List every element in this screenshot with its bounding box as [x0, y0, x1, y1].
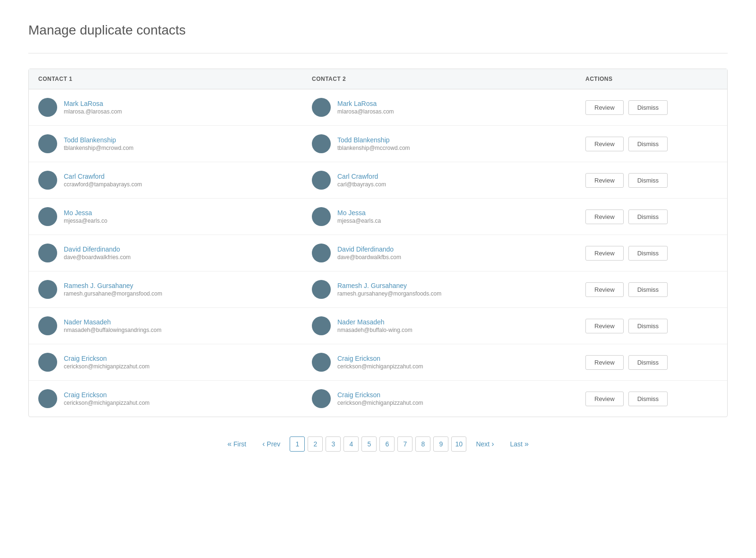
contact2-cell: Mark LaRosa mlarosa@larosas.com — [312, 98, 585, 117]
avatar — [312, 207, 331, 226]
avatar — [38, 98, 57, 117]
contact2-info: Ramesh J. Gursahaney ramesh.gursahaney@m… — [337, 282, 441, 297]
chevron-left-icon: ‹ — [262, 440, 265, 448]
avatar — [312, 353, 331, 372]
review-button[interactable]: Review — [585, 100, 624, 115]
actions-cell: Review Dismiss — [585, 282, 718, 297]
contact2-cell: Ramesh J. Gursahaney ramesh.gursahaney@m… — [312, 280, 585, 299]
contact1-name: David Diferdinando — [64, 245, 131, 253]
last-button[interactable]: Last » — [504, 436, 535, 452]
review-button[interactable]: Review — [585, 137, 624, 151]
actions-cell: Review Dismiss — [585, 173, 718, 188]
dismiss-button[interactable]: Dismiss — [628, 209, 668, 224]
actions-cell: Review Dismiss — [585, 100, 718, 115]
contact1-cell: David Diferdinando dave@boardwalkfries.c… — [38, 244, 312, 262]
contact2-name: Todd Blankenship — [337, 136, 410, 144]
dismiss-button[interactable]: Dismiss — [628, 355, 668, 370]
dismiss-button[interactable]: Dismiss — [628, 282, 668, 297]
dismiss-button[interactable]: Dismiss — [628, 392, 668, 406]
page-number-2[interactable]: 2 — [308, 436, 323, 452]
table-row: Carl Crawford ccrawford@tampabayrays.com… — [29, 162, 727, 199]
contact1-info: Todd Blankenship tblankenship@mcrowd.com — [64, 136, 134, 151]
review-button[interactable]: Review — [585, 392, 624, 406]
contact2-name: Mark LaRosa — [337, 100, 394, 107]
dismiss-button[interactable]: Dismiss — [628, 319, 668, 333]
header-contact2: CONTACT 2 — [312, 76, 585, 82]
page-number-9[interactable]: 9 — [433, 436, 448, 452]
review-button[interactable]: Review — [585, 319, 624, 333]
contact2-email: mlarosa@larosas.com — [337, 108, 394, 115]
contact1-cell: Mark LaRosa mlarosa.@larosas.com — [38, 98, 312, 117]
prev-button[interactable]: ‹ Prev — [256, 436, 287, 452]
table-row: Craig Erickson cerickson@michiganpizzahu… — [29, 381, 727, 417]
pagination: « First ‹ Prev 12345678910 Next › Last » — [28, 436, 728, 452]
dismiss-button[interactable]: Dismiss — [628, 137, 668, 151]
review-button[interactable]: Review — [585, 355, 624, 370]
contact2-name: Ramesh J. Gursahaney — [337, 282, 441, 289]
header-actions: ACTIONS — [585, 76, 718, 82]
contact2-info: Craig Erickson cerickson@michiganpizzahu… — [337, 355, 423, 370]
page-number-5[interactable]: 5 — [361, 436, 377, 452]
contact1-name: Carl Crawford — [64, 173, 142, 180]
actions-cell: Review Dismiss — [585, 319, 718, 333]
dismiss-button[interactable]: Dismiss — [628, 246, 668, 261]
contact1-email: ramesh.gursahane@morgansfood.com — [64, 290, 162, 297]
contact2-name: Mo Jessa — [337, 209, 381, 217]
table-row: David Diferdinando dave@boardwalkfries.c… — [29, 235, 727, 271]
avatar — [312, 134, 331, 153]
contact2-info: Todd Blankenship tblankenship@mccrowd.co… — [337, 136, 410, 151]
contact2-info: Carl Crawford carl@tbayrays.com — [337, 173, 386, 188]
contact2-name: Craig Erickson — [337, 355, 423, 362]
first-label: First — [233, 440, 246, 448]
contact2-info: Craig Erickson cerickson@michiganpizzahu… — [337, 391, 423, 406]
page-number-4[interactable]: 4 — [344, 436, 359, 452]
contact1-email: tblankenship@mcrowd.com — [64, 145, 134, 151]
contact1-info: David Diferdinando dave@boardwalkfries.c… — [64, 245, 131, 261]
avatar — [312, 171, 331, 190]
dismiss-button[interactable]: Dismiss — [628, 173, 668, 188]
page-number-3[interactable]: 3 — [326, 436, 341, 452]
avatar — [312, 244, 331, 262]
contact2-email: tblankenship@mccrowd.com — [337, 145, 410, 151]
review-button[interactable]: Review — [585, 246, 624, 261]
header-divider — [28, 53, 728, 53]
table-row: Ramesh J. Gursahaney ramesh.gursahane@mo… — [29, 271, 727, 308]
contact1-cell: Todd Blankenship tblankenship@mcrowd.com — [38, 134, 312, 153]
review-button[interactable]: Review — [585, 209, 624, 224]
avatar — [38, 171, 57, 190]
contact2-cell: Carl Crawford carl@tbayrays.com — [312, 171, 585, 190]
page-number-8[interactable]: 8 — [415, 436, 430, 452]
contact1-email: mlarosa.@larosas.com — [64, 108, 122, 115]
next-button[interactable]: Next › — [469, 436, 500, 452]
contact1-email: cerickson@michiganpizzahut.com — [64, 400, 150, 406]
page-number-7[interactable]: 7 — [397, 436, 412, 452]
contact1-name: Nader Masadeh — [64, 318, 162, 326]
contact2-email: dave@boardwalkfbs.com — [337, 254, 401, 261]
contact2-name: Carl Crawford — [337, 173, 386, 180]
contact1-cell: Ramesh J. Gursahaney ramesh.gursahane@mo… — [38, 280, 312, 299]
avatar — [38, 244, 57, 262]
contact1-cell: Nader Masadeh nmasadeh@buffalowingsandri… — [38, 316, 312, 335]
avatar — [312, 98, 331, 117]
contact1-cell: Craig Erickson cerickson@michiganpizzahu… — [38, 353, 312, 372]
contact1-email: mjessa@earls.co — [64, 218, 107, 224]
contact1-info: Craig Erickson cerickson@michiganpizzahu… — [64, 355, 150, 370]
avatar — [38, 389, 57, 408]
contact2-name: Craig Erickson — [337, 391, 423, 399]
table-row: Craig Erickson cerickson@michiganpizzahu… — [29, 344, 727, 381]
page-number-1[interactable]: 1 — [290, 436, 305, 452]
first-button[interactable]: « First — [221, 436, 253, 452]
dismiss-button[interactable]: Dismiss — [628, 100, 668, 115]
actions-cell: Review Dismiss — [585, 392, 718, 406]
contact2-name: Nader Masadeh — [337, 318, 412, 326]
double-chevron-right-icon: » — [524, 440, 529, 448]
page-number-10[interactable]: 10 — [451, 436, 466, 452]
double-chevron-left-icon: « — [227, 440, 232, 448]
contact1-name: Ramesh J. Gursahaney — [64, 282, 162, 289]
actions-cell: Review Dismiss — [585, 209, 718, 224]
avatar — [38, 280, 57, 299]
contact1-name: Craig Erickson — [64, 355, 150, 362]
review-button[interactable]: Review — [585, 282, 624, 297]
review-button[interactable]: Review — [585, 173, 624, 188]
page-number-6[interactable]: 6 — [379, 436, 395, 452]
